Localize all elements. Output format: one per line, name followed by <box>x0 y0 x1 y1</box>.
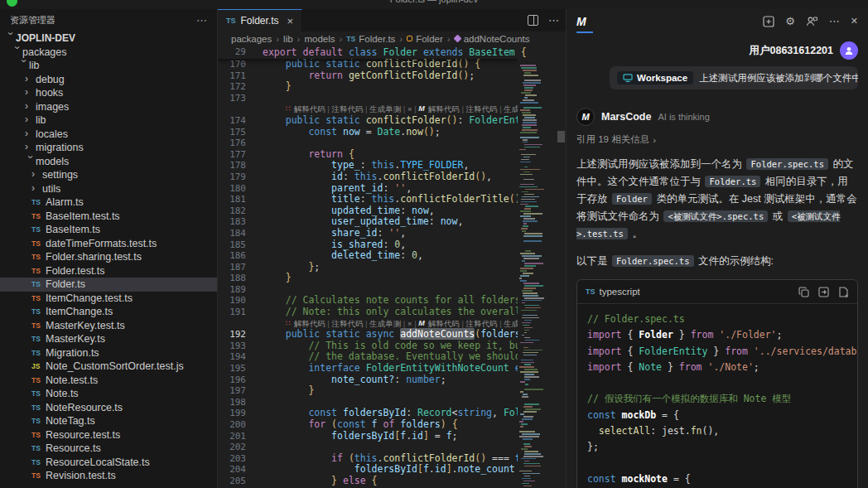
tree-item-dateTimeFormats.test.ts[interactable]: TSdateTimeFormats.test.ts <box>0 237 217 251</box>
tree-item-hooks[interactable]: ›hooks <box>0 86 217 100</box>
split-editor-icon[interactable] <box>528 15 538 26</box>
tree-item-models[interactable]: ›models <box>0 155 217 169</box>
code-line-text: } <box>263 81 292 93</box>
sticky-scroll-line[interactable]: 29 export default class Folder extends B… <box>218 46 566 59</box>
code-line: 187 }; <box>218 262 566 273</box>
tree-item-MasterKey.test.ts[interactable]: TSMasterKey.test.ts <box>0 319 217 333</box>
line-number: 171 <box>218 70 246 82</box>
tree-item-JOPLIN-DEV[interactable]: ›JOPLIN-DEV <box>0 31 217 46</box>
tree-item-Folder.ts[interactable]: TSFolder.ts <box>0 278 217 292</box>
code-token: conflictFolderTitle <box>400 193 509 205</box>
tree-item-Resource.test.ts[interactable]: TSResource.test.ts <box>0 428 217 442</box>
chevron-icon: › <box>19 60 29 70</box>
tree-item-Folder.sharing.test.ts[interactable]: TSFolder.sharing.test.ts <box>0 250 217 264</box>
tree-item-label: Note.test.ts <box>46 374 98 386</box>
line-number: 190 <box>218 295 246 307</box>
tree-item-label: Revision.test.ts <box>46 470 116 481</box>
breadcrumb-item[interactable]: addNoteCounts <box>464 34 530 44</box>
tree-item-NoteResource.ts[interactable]: TSNoteResource.ts <box>0 401 217 415</box>
code-line-text: return { <box>263 149 354 161</box>
breadcrumb-item[interactable]: Folder.ts <box>359 34 395 44</box>
tree-item-lib[interactable]: ›lib <box>0 59 217 73</box>
explorer-more-icon[interactable]: ⋯ <box>196 14 207 27</box>
tab-folder-ts[interactable]: TS Folder.ts × <box>218 9 302 31</box>
new-chat-icon[interactable] <box>763 16 774 27</box>
code-token: note_count <box>458 463 515 475</box>
tree-item-Migration.ts[interactable]: TSMigration.ts <box>0 346 217 360</box>
code-token <box>360 114 366 126</box>
code-token: FolderEntityWithNoteCount <box>366 362 509 374</box>
code-token: } <box>331 475 337 486</box>
panel-more-icon[interactable]: ⋯ <box>829 15 840 27</box>
new-file-icon[interactable] <box>838 287 849 297</box>
codelens-link[interactable]: 解释代码 <box>294 318 326 330</box>
tree-item-label: Note_CustomSortOrder.test.js <box>46 360 184 372</box>
breadcrumb-item[interactable]: Folder <box>416 34 443 44</box>
editor-more-icon[interactable]: ⋯ <box>548 14 559 27</box>
panel-close-icon[interactable]: ✕ <box>851 16 858 27</box>
tree-item-MasterKey.ts[interactable]: TSMasterKey.ts <box>0 332 217 346</box>
tree-item-migrations[interactable]: ›migrations <box>0 141 217 155</box>
tree-item-label: debug <box>36 74 65 85</box>
chevron-icon: › <box>25 87 36 97</box>
tree-item-Note.ts[interactable]: TSNote.ts <box>0 387 217 401</box>
codelens-separator: | <box>412 104 419 115</box>
tree-item-settings[interactable]: ›settings <box>0 168 217 182</box>
feedback-icon[interactable] <box>806 16 818 27</box>
codelens-link[interactable]: 注释代码 <box>466 104 498 115</box>
tree-item-label: hooks <box>36 87 63 99</box>
tree-item-label: NoteTag.ts <box>46 415 95 427</box>
code-line-text: parent_id: '', <box>263 183 412 195</box>
tree-item-lib[interactable]: ›lib <box>0 114 217 128</box>
minimap[interactable] <box>518 59 544 488</box>
codelens-link[interactable]: 解释代码 <box>428 318 460 330</box>
code-token: conflictFolderId <box>366 58 458 70</box>
code-token: : <box>377 227 388 239</box>
insert-code-icon[interactable] <box>818 287 829 297</box>
tab-close-icon[interactable]: × <box>287 15 294 27</box>
code-token <box>263 475 331 486</box>
tree-item-debug[interactable]: ›debug <box>0 73 217 87</box>
tree-item-label: MasterKey.ts <box>46 333 105 345</box>
tree-item-BaseItem.ts[interactable]: TSBaseItem.ts <box>0 223 217 237</box>
tree-item-locales[interactable]: ›locales <box>0 128 217 142</box>
tree-item-packages[interactable]: ›packages <box>0 46 217 60</box>
codelens-link[interactable]: 生成单测 <box>369 318 401 330</box>
breadcrumb-item[interactable]: lib <box>283 34 293 44</box>
codelens-link[interactable]: 注释代码 <box>466 318 498 330</box>
tree-item-Folder.test.ts[interactable]: TSFolder.test.ts <box>0 264 217 278</box>
tree-item-Revision.test.ts[interactable]: TSRevision.test.ts <box>0 469 217 483</box>
citation-link[interactable]: 引用 19 相关信息 › <box>576 133 858 146</box>
tree-item-Note_CustomSortOrder.test.js[interactable]: JSNote_CustomSortOrder.test.js <box>0 360 217 374</box>
code-area[interactable]: 29 export default class Folder extends B… <box>218 46 566 488</box>
tree-item-ItemChange.ts[interactable]: TSItemChange.ts <box>0 305 217 319</box>
breadcrumb-item[interactable]: packages <box>231 34 272 44</box>
ts-file-icon: TS <box>31 198 46 206</box>
code-token: if <box>331 452 343 464</box>
tree-item-label: dateTimeFormats.test.ts <box>46 238 157 249</box>
tree-item-images[interactable]: ›images <box>0 100 217 114</box>
code-line: 178 type_: this.TYPE_FOLDER, <box>218 160 566 172</box>
codelens-link[interactable]: 生成单测 <box>369 104 401 115</box>
code-token: deleted_time <box>331 249 400 261</box>
tree-item-ResourceLocalState.ts[interactable]: TSResourceLocalState.ts <box>0 456 217 470</box>
tree-item-utils[interactable]: ›utils <box>0 182 217 196</box>
settings-gear-icon[interactable]: ⚙ <box>785 15 795 27</box>
code-token: ( <box>331 418 337 430</box>
code-line-text: id: this.conflictFolderId(), <box>263 172 492 183</box>
vertical-scrollbar[interactable] <box>557 131 565 143</box>
tree-item-NoteTag.ts[interactable]: TSNoteTag.ts <box>0 414 217 428</box>
codelens-link[interactable]: 解释代码 <box>294 104 326 115</box>
tree-item-Note.test.ts[interactable]: TSNote.test.ts <box>0 374 217 388</box>
tree-item-ItemChange.test.ts[interactable]: TSItemChange.test.ts <box>0 292 217 306</box>
tree-item-Alarm.ts[interactable]: TSAlarm.ts <box>0 196 217 210</box>
tree-item-Resource.ts[interactable]: TSResource.ts <box>0 442 217 456</box>
copy-code-icon[interactable] <box>798 287 809 297</box>
codelens-link[interactable]: 注释代码 <box>331 318 363 330</box>
codelens-link[interactable]: 解释代码 <box>428 104 460 115</box>
breadcrumb-item[interactable]: models <box>304 34 335 44</box>
tree-item-label: packages <box>22 46 67 58</box>
tree-item-BaseItem.test.ts[interactable]: TSBaseItem.test.ts <box>0 210 217 224</box>
codelens-link[interactable]: 注释代码 <box>331 104 363 115</box>
line-number: 184 <box>218 228 246 239</box>
